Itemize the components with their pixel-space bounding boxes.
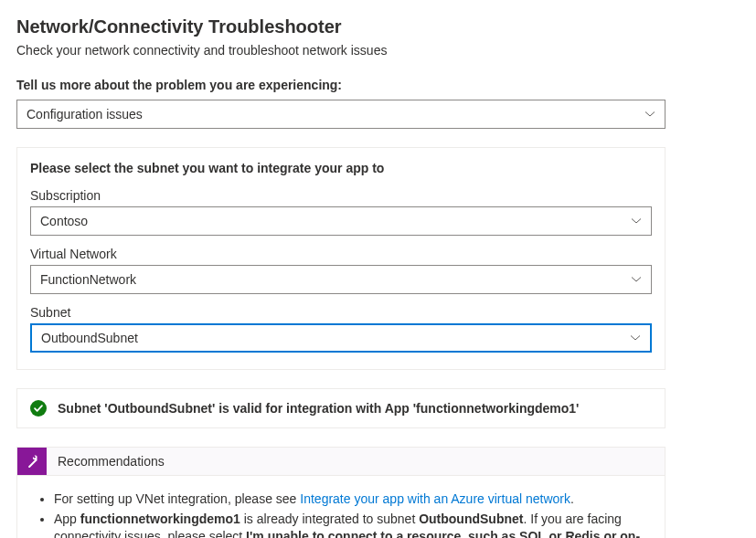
page-subtitle: Check your network connectivity and trou…	[16, 43, 740, 58]
success-check-icon	[30, 400, 47, 417]
status-panel: Subnet 'OutboundSubnet' is valid for int…	[16, 388, 665, 428]
problem-dropdown[interactable]: Configuration issues	[16, 100, 665, 129]
subscription-value: Contoso	[40, 214, 88, 228]
svg-point-0	[30, 400, 47, 417]
recommendations-title: Recommendations	[47, 448, 176, 475]
subnet-dropdown[interactable]: OutboundSubnet	[30, 323, 652, 353]
rec1-prefix: For setting up VNet integration, please …	[54, 491, 300, 506]
page-title: Network/Connectivity Troubleshooter	[16, 16, 740, 37]
problem-label: Tell us more about the problem you are e…	[16, 78, 740, 92]
chevron-down-icon	[631, 216, 642, 227]
subscription-label: Subscription	[30, 188, 652, 203]
wrench-icon	[25, 454, 39, 469]
vnet-dropdown[interactable]: FunctionNetwork	[30, 265, 652, 294]
rec2-mid1: is already integrated to subnet	[240, 512, 419, 526]
rec2-subnet-name: OutboundSubnet	[419, 512, 523, 526]
recommendations-panel: Recommendations For setting up VNet inte…	[16, 447, 665, 538]
problem-dropdown-value: Configuration issues	[27, 107, 143, 121]
recommendations-body: For setting up VNet integration, please …	[17, 476, 665, 538]
rec1-suffix: .	[570, 491, 574, 506]
recommendations-header: Recommendations	[17, 448, 665, 476]
vnet-value: FunctionNetwork	[40, 272, 136, 287]
recommendations-icon-box	[17, 448, 47, 475]
rec2-app-name: functionnetworkingdemo1	[80, 512, 240, 526]
subscription-dropdown[interactable]: Contoso	[30, 206, 652, 236]
subnet-panel-heading: Please select the subnet you want to int…	[30, 161, 652, 175]
vnet-label: Virtual Network	[30, 247, 652, 261]
subnet-panel: Please select the subnet you want to int…	[16, 147, 665, 370]
chevron-down-icon	[644, 109, 655, 120]
recommendation-item-2: App functionnetworkingdemo1 is already i…	[54, 511, 648, 538]
subnet-label: Subnet	[30, 305, 652, 320]
subnet-value: OutboundSubnet	[41, 331, 138, 345]
chevron-down-icon	[630, 332, 641, 343]
recommendation-item-1: For setting up VNet integration, please …	[54, 491, 648, 509]
chevron-down-icon	[631, 274, 642, 285]
rec2-prefix: App	[54, 512, 80, 526]
status-text: Subnet 'OutboundSubnet' is valid for int…	[58, 401, 579, 416]
vnet-integration-link[interactable]: Integrate your app with an Azure virtual…	[300, 491, 570, 506]
